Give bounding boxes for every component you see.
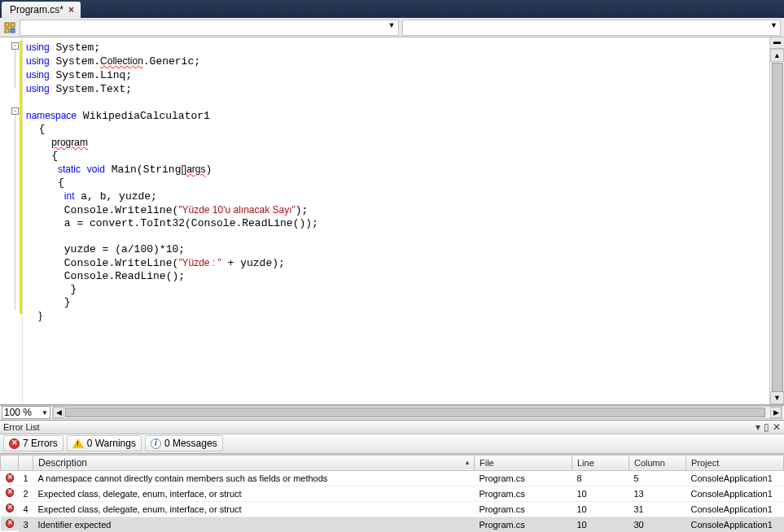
- row-line: 10: [572, 517, 629, 532]
- sort-asc-icon: ▲: [464, 459, 471, 466]
- svg-rect-0: [5, 23, 9, 27]
- row-icon-cell: [1, 501, 19, 516]
- warnings-count-label: 0 Warnings: [87, 438, 136, 449]
- col-project[interactable]: Project: [686, 455, 784, 470]
- row-file: Program.cs: [475, 470, 572, 486]
- scroll-right-icon[interactable]: ▶: [770, 407, 782, 418]
- row-line: 8: [572, 470, 629, 486]
- tab-program-cs[interactable]: Program.cs* ×: [2, 2, 81, 18]
- editor-footer: 100 % ▼ ◀ ▶: [0, 405, 784, 420]
- row-project: ConsoleApplication1: [686, 470, 784, 486]
- row-description: Identifier expected: [33, 517, 475, 532]
- info-icon: [151, 438, 161, 449]
- outline-toggle-icon[interactable]: -: [11, 107, 19, 115]
- code-editor[interactable]: - - using System; using System.Collectio…: [0, 37, 784, 405]
- row-line: 10: [572, 486, 629, 501]
- error-icon: [6, 488, 14, 497]
- zoom-value: 100 %: [4, 407, 32, 418]
- object-browser-icon[interactable]: [3, 21, 16, 34]
- row-project: ConsoleApplication1: [686, 517, 784, 532]
- row-column: 30: [629, 517, 686, 532]
- row-file: Program.cs: [475, 517, 572, 532]
- col-column[interactable]: Column: [629, 455, 686, 470]
- document-tabbar: Program.cs* ×: [0, 0, 784, 18]
- close-icon[interactable]: ✕: [773, 421, 781, 433]
- svg-rect-3: [11, 28, 15, 33]
- table-row[interactable]: 3Identifier expectedProgram.cs1030Consol…: [1, 517, 784, 532]
- svg-rect-2: [5, 28, 9, 33]
- row-icon-cell: [1, 486, 19, 500]
- table-row[interactable]: 1A namespace cannot directly contain mem…: [1, 470, 784, 486]
- errors-count-label: 7 Errors: [23, 438, 58, 449]
- row-line: 10: [572, 501, 629, 517]
- row-column: 5: [629, 470, 686, 486]
- close-icon[interactable]: ×: [68, 4, 74, 15]
- window-position-icon[interactable]: ▾: [756, 421, 760, 433]
- col-file[interactable]: File: [475, 455, 572, 470]
- col-num[interactable]: [19, 455, 33, 470]
- table-header-row: Description▲ File Line Column Project: [1, 455, 784, 470]
- row-number: 3: [19, 517, 33, 532]
- scroll-up-icon[interactable]: ▲: [770, 49, 784, 62]
- row-project: ConsoleApplication1: [686, 486, 784, 501]
- row-number: 2: [19, 486, 33, 501]
- messages-count-label: 0 Messages: [164, 438, 217, 449]
- svg-rect-1: [11, 23, 15, 27]
- error-icon: [6, 504, 14, 512]
- col-description[interactable]: Description▲: [33, 455, 475, 470]
- table-row[interactable]: 2Expected class, delegate, enum, interfa…: [1, 486, 784, 501]
- horizontal-scrollbar[interactable]: ◀ ▶: [52, 406, 782, 419]
- scroll-down-icon[interactable]: ▼: [770, 391, 784, 404]
- row-icon-cell: [1, 517, 19, 531]
- vertical-scrollbar[interactable]: ▬ ▲ ▼: [769, 37, 784, 404]
- row-column: 13: [629, 486, 686, 501]
- outline-toggle-icon[interactable]: -: [11, 42, 19, 50]
- error-list-titlebar: Error List ▾ ▯ ✕: [0, 420, 784, 434]
- row-file: Program.cs: [475, 501, 572, 517]
- pin-icon[interactable]: ▯: [764, 421, 769, 433]
- error-list-grid[interactable]: Description▲ File Line Column Project 1A…: [0, 454, 784, 533]
- scroll-left-icon[interactable]: ◀: [53, 407, 64, 418]
- chevron-down-icon: ▼: [42, 409, 48, 416]
- row-description: Expected class, delegate, enum, interfac…: [33, 501, 475, 517]
- error-icon: [6, 473, 14, 482]
- row-number: 4: [19, 501, 33, 517]
- hscroll-thumb[interactable]: [65, 408, 765, 417]
- error-list-toolbar: 7 Errors 0 Warnings 0 Messages: [0, 434, 784, 454]
- member-dropdown[interactable]: ▼: [402, 20, 782, 36]
- outline-gutter: - -: [0, 37, 23, 404]
- zoom-combo[interactable]: 100 % ▼: [2, 406, 50, 419]
- row-project: ConsoleApplication1: [686, 501, 784, 517]
- errors-filter-button[interactable]: 7 Errors: [3, 435, 64, 451]
- navigation-bar: ▼ ▼: [0, 18, 784, 37]
- error-icon: [6, 519, 14, 528]
- row-column: 31: [629, 501, 686, 517]
- row-description: A namespace cannot directly contain memb…: [33, 470, 475, 486]
- code-text[interactable]: using System; using System.Collection.Ge…: [23, 37, 769, 404]
- row-file: Program.cs: [475, 486, 572, 501]
- table-row[interactable]: 4Expected class, delegate, enum, interfa…: [1, 501, 784, 517]
- scroll-thumb[interactable]: [772, 63, 783, 392]
- row-icon-cell: [1, 471, 19, 486]
- error-table: Description▲ File Line Column Project 1A…: [0, 455, 784, 533]
- col-icon[interactable]: [1, 455, 19, 470]
- error-icon: [9, 438, 20, 449]
- tab-title: Program.cs*: [10, 4, 64, 15]
- messages-filter-button[interactable]: 0 Messages: [145, 435, 223, 451]
- panel-title: Error List: [3, 422, 40, 432]
- modified-marker: [20, 41, 22, 314]
- row-number: 1: [19, 470, 33, 486]
- type-dropdown[interactable]: ▼: [20, 20, 399, 36]
- col-line[interactable]: Line: [572, 455, 629, 470]
- row-description: Expected class, delegate, enum, interfac…: [33, 486, 475, 501]
- warning-icon: [72, 438, 84, 448]
- split-icon[interactable]: ▬: [770, 37, 784, 48]
- warnings-filter-button[interactable]: 0 Warnings: [67, 435, 142, 451]
